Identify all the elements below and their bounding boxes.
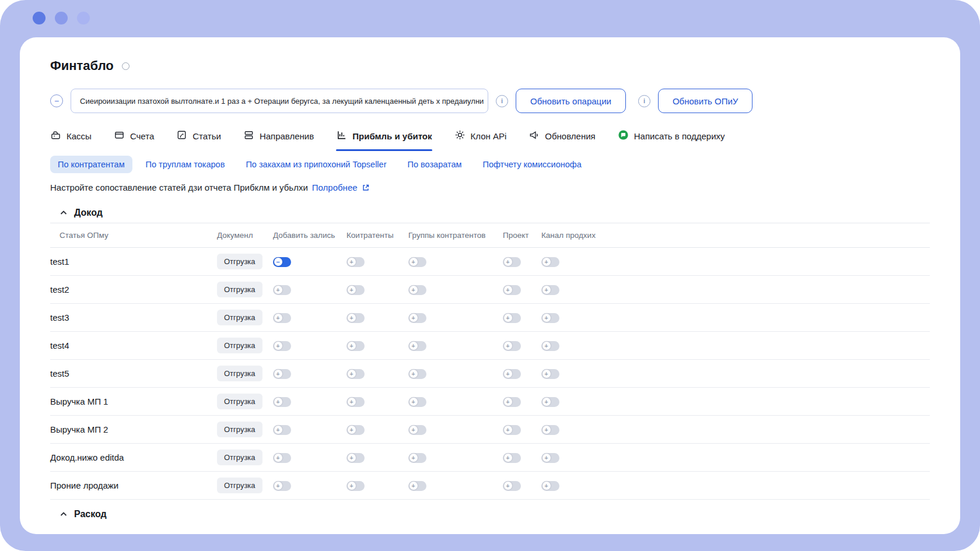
add-record-toggle[interactable]: + bbox=[273, 453, 291, 463]
doc-badge: Отгрузка bbox=[217, 450, 262, 465]
counterparty-groups-toggle[interactable]: + bbox=[408, 397, 426, 407]
subtab-by-returns[interactable]: По возаратам bbox=[400, 156, 469, 173]
counterparty-groups-toggle[interactable]: + bbox=[408, 481, 426, 491]
collapse-banner-icon[interactable]: − bbox=[50, 94, 63, 107]
subtab-by-counterparties[interactable]: По контратентам bbox=[50, 156, 132, 173]
info-icon-opiu[interactable]: i bbox=[638, 95, 650, 107]
add-record-toggle[interactable]: + bbox=[273, 341, 291, 351]
counterparty-groups-toggle[interactable]: + bbox=[408, 313, 426, 323]
sales-channel-toggle[interactable]: + bbox=[541, 341, 559, 351]
toggle-cell: + bbox=[541, 388, 930, 416]
doc-badge: Отгрузка bbox=[217, 254, 262, 269]
section-income-header[interactable]: Докод bbox=[50, 208, 930, 218]
counterparty-groups-toggle[interactable]: + bbox=[408, 257, 426, 267]
window-dot-1[interactable] bbox=[33, 12, 46, 24]
counterparties-toggle[interactable]: + bbox=[346, 425, 365, 435]
project-toggle[interactable]: + bbox=[503, 257, 521, 267]
income-mapping-table: Статья ОПмуДокуменлДобавить залисьКоитра… bbox=[50, 223, 930, 500]
project-toggle[interactable]: + bbox=[503, 341, 521, 351]
toggle-cell: + bbox=[273, 304, 346, 332]
toggle-cell: + bbox=[346, 360, 408, 388]
project-toggle[interactable]: + bbox=[503, 313, 521, 323]
toggle-knob: + bbox=[274, 314, 282, 322]
tab-scheta[interactable]: Счета bbox=[114, 129, 154, 151]
tab-stati[interactable]: Статьи bbox=[176, 129, 221, 151]
row-label: Выручка МП 2 bbox=[50, 424, 108, 434]
tab-pribyl-i-ubytok[interactable]: Прибмль и убиток bbox=[336, 129, 432, 151]
counterparties-toggle[interactable]: + bbox=[346, 453, 365, 463]
subtab-by-topseller-orders[interactable]: По закахам из припохоний Topseller bbox=[238, 156, 394, 173]
window-dot-3[interactable] bbox=[77, 12, 90, 24]
add-record-toggle[interactable]: + bbox=[273, 481, 291, 491]
update-operations-button[interactable]: Обновить опарации bbox=[516, 89, 626, 113]
toggle-knob: + bbox=[504, 482, 512, 490]
toggle-knob: + bbox=[504, 258, 512, 266]
report-subtabs: По контратентам По труплам токаров По за… bbox=[50, 156, 930, 173]
tab-label: Кассы bbox=[66, 131, 92, 141]
window-dot-2[interactable] bbox=[55, 12, 68, 24]
counterparty-groups-toggle[interactable]: + bbox=[408, 341, 426, 351]
sales-channel-toggle[interactable]: + bbox=[541, 257, 559, 267]
toggle-cell: + bbox=[273, 276, 346, 304]
section-expense-header[interactable]: Раскод bbox=[50, 509, 930, 520]
tab-label: Обновления bbox=[545, 131, 595, 141]
sales-channel-toggle[interactable]: + bbox=[541, 369, 559, 379]
toggle-knob: + bbox=[542, 370, 551, 378]
subtab-by-commission-report[interactable]: Пофтчету комиссионофа bbox=[475, 156, 589, 173]
toggle-cell: + bbox=[273, 444, 346, 472]
toggle-cell: + bbox=[273, 472, 346, 500]
tab-label: Направленив bbox=[260, 131, 314, 141]
more-link[interactable]: Полробнее bbox=[312, 183, 358, 192]
toggle-knob: + bbox=[542, 454, 551, 462]
add-record-toggle[interactable]: + bbox=[273, 285, 291, 295]
toggle-cell: + bbox=[541, 416, 930, 444]
tab-obnovleniya[interactable]: Обновления bbox=[528, 129, 595, 151]
toggle-cell: + bbox=[346, 304, 408, 332]
project-toggle[interactable]: + bbox=[503, 285, 521, 295]
toggle-cell: + bbox=[408, 332, 503, 360]
toggle-cell: + bbox=[503, 416, 541, 444]
project-toggle[interactable]: + bbox=[503, 369, 521, 379]
counterparties-toggle[interactable]: + bbox=[346, 313, 365, 323]
tab-label: Статьи bbox=[192, 131, 221, 141]
counterparty-groups-toggle[interactable]: + bbox=[408, 453, 426, 463]
sales-channel-toggle[interactable]: + bbox=[541, 481, 559, 491]
toggle-cell: + bbox=[541, 304, 930, 332]
project-toggle[interactable]: + bbox=[503, 453, 521, 463]
toggle-cell: + bbox=[503, 388, 541, 416]
counterparties-toggle[interactable]: + bbox=[346, 369, 365, 379]
add-record-toggle[interactable]: – bbox=[273, 257, 291, 267]
toggle-knob: + bbox=[504, 398, 512, 406]
project-toggle[interactable]: + bbox=[503, 397, 521, 407]
sales-channel-toggle[interactable]: + bbox=[541, 285, 559, 295]
sales-channel-toggle[interactable]: + bbox=[541, 397, 559, 407]
add-record-toggle[interactable]: + bbox=[273, 369, 291, 379]
toggle-cell: + bbox=[408, 248, 503, 276]
sales-channel-toggle[interactable]: + bbox=[541, 313, 559, 323]
sales-channel-toggle[interactable]: + bbox=[541, 425, 559, 435]
table-row: test2 Отгрузка + + + + + bbox=[50, 276, 930, 304]
sales-channel-toggle[interactable]: + bbox=[541, 453, 559, 463]
counterparties-toggle[interactable]: + bbox=[346, 257, 365, 267]
add-record-toggle[interactable]: + bbox=[273, 397, 291, 407]
add-record-toggle[interactable]: + bbox=[273, 313, 291, 323]
counterparties-toggle[interactable]: + bbox=[346, 341, 365, 351]
counterparty-groups-toggle[interactable]: + bbox=[408, 285, 426, 295]
tab-napravleniya[interactable]: Направленив bbox=[243, 129, 314, 151]
tab-kassy[interactable]: Кассы bbox=[50, 129, 92, 151]
update-opiu-button[interactable]: Обновить ОПиУ bbox=[658, 89, 752, 113]
tab-support[interactable]: Написать в поддериху bbox=[618, 129, 725, 151]
tab-klon-api[interactable]: Клон APi bbox=[454, 129, 507, 151]
project-toggle[interactable]: + bbox=[503, 425, 521, 435]
counterparty-groups-toggle[interactable]: + bbox=[408, 369, 426, 379]
subtab-by-product-groups[interactable]: По труплам токаров bbox=[138, 156, 233, 173]
counterparties-toggle[interactable]: + bbox=[346, 285, 365, 295]
add-record-toggle[interactable]: + bbox=[273, 425, 291, 435]
counterparties-toggle[interactable]: + bbox=[346, 481, 365, 491]
toggle-cell: + bbox=[346, 248, 408, 276]
counterparty-groups-toggle[interactable]: + bbox=[408, 425, 426, 435]
counterparties-toggle[interactable]: + bbox=[346, 397, 365, 407]
project-toggle[interactable]: + bbox=[503, 481, 521, 491]
toggle-knob: + bbox=[410, 286, 418, 294]
info-icon-operations[interactable]: i bbox=[496, 95, 508, 107]
